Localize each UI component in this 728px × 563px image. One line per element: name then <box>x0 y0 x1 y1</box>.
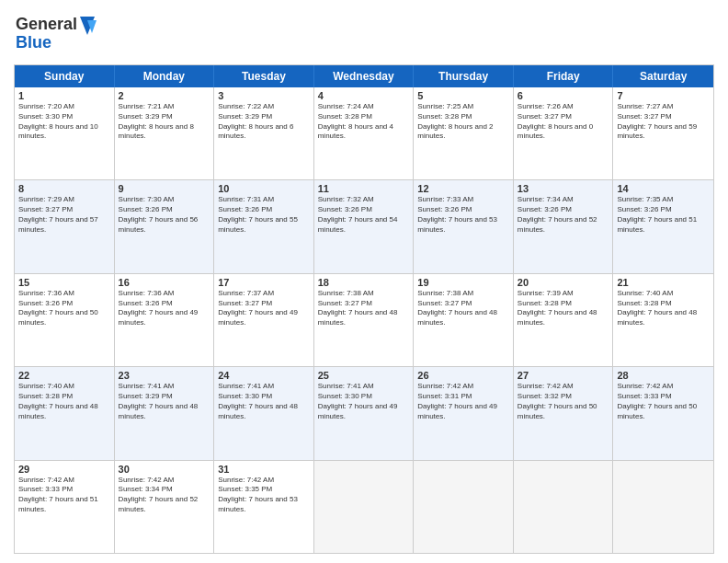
cal-day-27: 27Sunrise: 7:42 AMSunset: 3:32 PMDayligh… <box>514 367 614 459</box>
calendar-row-2: 8Sunrise: 7:29 AMSunset: 3:27 PMDaylight… <box>15 180 713 273</box>
day-number: 28 <box>617 370 710 381</box>
cal-day-3: 3Sunrise: 7:22 AMSunset: 3:29 PMDaylight… <box>214 87 314 179</box>
cell-info: Sunrise: 7:34 AMSunset: 3:26 PMDaylight:… <box>518 195 609 235</box>
cal-day-18: 18Sunrise: 7:38 AMSunset: 3:27 PMDayligh… <box>314 274 415 366</box>
cal-day-30: 30Sunrise: 7:42 AMSunset: 3:34 PMDayligh… <box>115 461 215 553</box>
calendar-header: SundayMondayTuesdayWednesdayThursdayFrid… <box>15 65 713 87</box>
cal-day-23: 23Sunrise: 7:41 AMSunset: 3:29 PMDayligh… <box>115 367 215 459</box>
day-number: 31 <box>218 464 310 475</box>
cell-info: Sunrise: 7:26 AMSunset: 3:27 PMDaylight:… <box>518 102 609 142</box>
cal-empty-4-6 <box>613 461 713 553</box>
cal-empty-4-5 <box>514 461 614 553</box>
cell-info: Sunrise: 7:24 AMSunset: 3:28 PMDaylight:… <box>318 102 410 142</box>
cal-day-15: 15Sunrise: 7:36 AMSunset: 3:26 PMDayligh… <box>15 274 115 366</box>
cell-info: Sunrise: 7:33 AMSunset: 3:26 PMDaylight:… <box>417 195 509 235</box>
cell-info: Sunrise: 7:30 AMSunset: 3:26 PMDaylight:… <box>119 195 210 235</box>
cell-info: Sunrise: 7:40 AMSunset: 3:28 PMDaylight:… <box>617 289 710 328</box>
logo: General Blue <box>14 9 97 57</box>
day-number: 6 <box>518 90 609 101</box>
cal-day-22: 22Sunrise: 7:40 AMSunset: 3:28 PMDayligh… <box>15 367 115 459</box>
cell-info: Sunrise: 7:42 AMSunset: 3:34 PMDaylight:… <box>119 476 210 515</box>
day-number: 17 <box>218 277 310 288</box>
cal-day-20: 20Sunrise: 7:39 AMSunset: 3:28 PMDayligh… <box>514 274 614 366</box>
cell-info: Sunrise: 7:36 AMSunset: 3:26 PMDaylight:… <box>18 289 110 328</box>
day-number: 26 <box>417 370 509 381</box>
day-number: 13 <box>518 183 609 194</box>
cal-day-29: 29Sunrise: 7:42 AMSunset: 3:33 PMDayligh… <box>15 461 115 553</box>
weekday-header-wednesday: Wednesday <box>314 65 415 87</box>
cell-info: Sunrise: 7:40 AMSunset: 3:28 PMDaylight:… <box>18 382 110 421</box>
cal-day-28: 28Sunrise: 7:42 AMSunset: 3:33 PMDayligh… <box>613 367 713 459</box>
day-number: 8 <box>18 183 110 194</box>
cal-day-31: 31Sunrise: 7:42 AMSunset: 3:35 PMDayligh… <box>214 461 314 553</box>
day-number: 3 <box>218 90 310 101</box>
day-number: 12 <box>417 183 509 194</box>
cell-info: Sunrise: 7:42 AMSunset: 3:33 PMDaylight:… <box>18 476 110 515</box>
day-number: 2 <box>119 90 210 101</box>
day-number: 21 <box>617 277 710 288</box>
cell-info: Sunrise: 7:39 AMSunset: 3:28 PMDaylight:… <box>518 289 609 328</box>
cell-info: Sunrise: 7:41 AMSunset: 3:30 PMDaylight:… <box>218 382 310 421</box>
cal-day-24: 24Sunrise: 7:41 AMSunset: 3:30 PMDayligh… <box>214 367 314 459</box>
day-number: 27 <box>518 370 609 381</box>
cal-empty-4-3 <box>314 461 415 553</box>
day-number: 30 <box>119 464 210 475</box>
calendar-row-3: 15Sunrise: 7:36 AMSunset: 3:26 PMDayligh… <box>15 274 713 367</box>
day-number: 16 <box>119 277 210 288</box>
day-number: 20 <box>518 277 609 288</box>
cell-info: Sunrise: 7:32 AMSunset: 3:26 PMDaylight:… <box>318 195 410 235</box>
cell-info: Sunrise: 7:20 AMSunset: 3:30 PMDaylight:… <box>18 102 110 142</box>
cal-day-1: 1Sunrise: 7:20 AMSunset: 3:30 PMDaylight… <box>15 87 115 179</box>
cal-day-10: 10Sunrise: 7:31 AMSunset: 3:26 PMDayligh… <box>214 180 314 272</box>
cal-day-6: 6Sunrise: 7:26 AMSunset: 3:27 PMDaylight… <box>514 87 614 179</box>
cal-day-13: 13Sunrise: 7:34 AMSunset: 3:26 PMDayligh… <box>514 180 614 272</box>
cal-day-25: 25Sunrise: 7:41 AMSunset: 3:30 PMDayligh… <box>314 367 415 459</box>
cal-day-9: 9Sunrise: 7:30 AMSunset: 3:26 PMDaylight… <box>115 180 215 272</box>
day-number: 24 <box>218 370 310 381</box>
day-number: 23 <box>119 370 210 381</box>
logo-svg: General Blue <box>14 9 97 53</box>
calendar: SundayMondayTuesdayWednesdayThursdayFrid… <box>14 64 714 554</box>
cell-info: Sunrise: 7:35 AMSunset: 3:26 PMDaylight:… <box>617 195 710 235</box>
day-number: 29 <box>18 464 110 475</box>
cal-day-12: 12Sunrise: 7:33 AMSunset: 3:26 PMDayligh… <box>414 180 514 272</box>
cell-info: Sunrise: 7:27 AMSunset: 3:27 PMDaylight:… <box>617 102 710 142</box>
cal-day-14: 14Sunrise: 7:35 AMSunset: 3:26 PMDayligh… <box>613 180 713 272</box>
cal-day-8: 8Sunrise: 7:29 AMSunset: 3:27 PMDaylight… <box>15 180 115 272</box>
cell-info: Sunrise: 7:37 AMSunset: 3:27 PMDaylight:… <box>218 289 310 328</box>
weekday-header-sunday: Sunday <box>15 65 115 87</box>
cal-day-7: 7Sunrise: 7:27 AMSunset: 3:27 PMDaylight… <box>613 87 713 179</box>
cell-info: Sunrise: 7:42 AMSunset: 3:32 PMDaylight:… <box>518 382 609 421</box>
cal-day-26: 26Sunrise: 7:42 AMSunset: 3:31 PMDayligh… <box>414 367 514 459</box>
cal-day-16: 16Sunrise: 7:36 AMSunset: 3:26 PMDayligh… <box>115 274 215 366</box>
day-number: 25 <box>318 370 410 381</box>
weekday-header-saturday: Saturday <box>613 65 713 87</box>
cell-info: Sunrise: 7:41 AMSunset: 3:30 PMDaylight:… <box>318 382 410 421</box>
cal-day-5: 5Sunrise: 7:25 AMSunset: 3:28 PMDaylight… <box>414 87 514 179</box>
cell-info: Sunrise: 7:29 AMSunset: 3:27 PMDaylight:… <box>18 195 110 235</box>
cell-info: Sunrise: 7:21 AMSunset: 3:29 PMDaylight:… <box>119 102 210 142</box>
cal-day-19: 19Sunrise: 7:38 AMSunset: 3:27 PMDayligh… <box>414 274 514 366</box>
cal-day-21: 21Sunrise: 7:40 AMSunset: 3:28 PMDayligh… <box>613 274 713 366</box>
cal-day-4: 4Sunrise: 7:24 AMSunset: 3:28 PMDaylight… <box>314 87 415 179</box>
day-number: 14 <box>617 183 710 194</box>
day-number: 10 <box>218 183 310 194</box>
cal-day-2: 2Sunrise: 7:21 AMSunset: 3:29 PMDaylight… <box>115 87 215 179</box>
day-number: 1 <box>18 90 110 101</box>
svg-text:General: General <box>16 15 77 33</box>
day-number: 11 <box>318 183 410 194</box>
cell-info: Sunrise: 7:25 AMSunset: 3:28 PMDaylight:… <box>417 102 509 142</box>
calendar-body: 1Sunrise: 7:20 AMSunset: 3:30 PMDaylight… <box>15 87 713 553</box>
cell-info: Sunrise: 7:38 AMSunset: 3:27 PMDaylight:… <box>318 289 410 328</box>
weekday-header-friday: Friday <box>514 65 614 87</box>
cell-info: Sunrise: 7:22 AMSunset: 3:29 PMDaylight:… <box>218 102 310 142</box>
day-number: 22 <box>18 370 110 381</box>
cell-info: Sunrise: 7:31 AMSunset: 3:26 PMDaylight:… <box>218 195 310 235</box>
cal-day-17: 17Sunrise: 7:37 AMSunset: 3:27 PMDayligh… <box>214 274 314 366</box>
header: General Blue <box>14 9 714 57</box>
weekday-header-monday: Monday <box>115 65 215 87</box>
cell-info: Sunrise: 7:42 AMSunset: 3:31 PMDaylight:… <box>417 382 509 421</box>
calendar-row-5: 29Sunrise: 7:42 AMSunset: 3:33 PMDayligh… <box>15 461 713 553</box>
weekday-header-tuesday: Tuesday <box>214 65 314 87</box>
day-number: 5 <box>417 90 509 101</box>
